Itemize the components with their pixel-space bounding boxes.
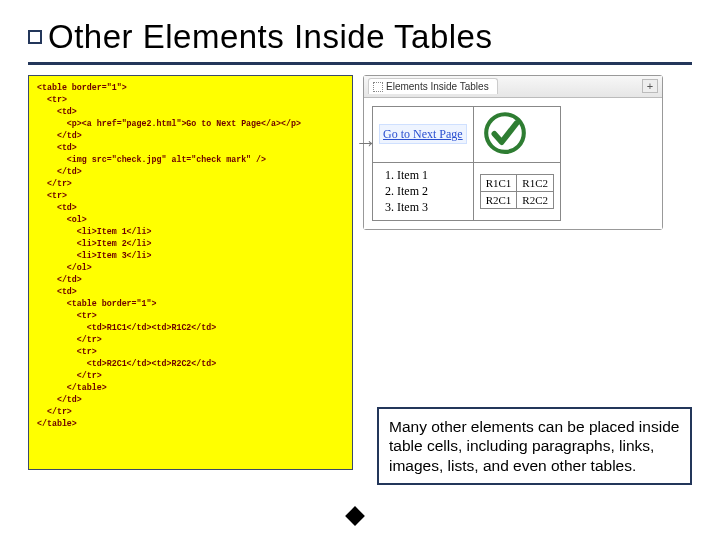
favicon-icon [373, 82, 383, 92]
go-to-next-page-link[interactable]: Go to Next Page [379, 124, 467, 144]
list-item: Item 2 [397, 184, 467, 199]
table-cell: R1C1 [480, 174, 517, 191]
rendered-table: Go to Next Page Item 1 [372, 106, 561, 221]
new-tab-button[interactable]: + [642, 79, 658, 93]
table-cell: R2C1 [480, 191, 517, 208]
tab-title: Elements Inside Tables [386, 81, 489, 92]
list-item: Item 1 [397, 168, 467, 183]
nested-table: R1C1 R1C2 R2C1 R2C2 [480, 174, 554, 209]
rendered-list: Item 1 Item 2 Item 3 [379, 168, 467, 215]
table-cell: R1C2 [517, 174, 554, 191]
title-bullet [28, 30, 42, 44]
browser-tab[interactable]: Elements Inside Tables [368, 78, 498, 94]
arrow-icon: → [355, 130, 377, 156]
checkmark-icon [480, 111, 530, 156]
code-listing: <table border="1"> <tr> <td> <p><a href=… [28, 75, 353, 470]
table-cell: R2C2 [517, 191, 554, 208]
browser-viewport: Go to Next Page Item 1 [364, 98, 662, 229]
browser-tabbar: Elements Inside Tables + [364, 76, 662, 98]
title-rule [28, 62, 692, 65]
browser-window: Elements Inside Tables + Go to Next Page [363, 75, 663, 230]
list-item: Item 3 [397, 200, 467, 215]
caption-box: Many other elements can be placed inside… [377, 407, 692, 485]
diamond-bullet-icon [345, 506, 365, 526]
slide-title: Other Elements Inside Tables [48, 18, 492, 56]
